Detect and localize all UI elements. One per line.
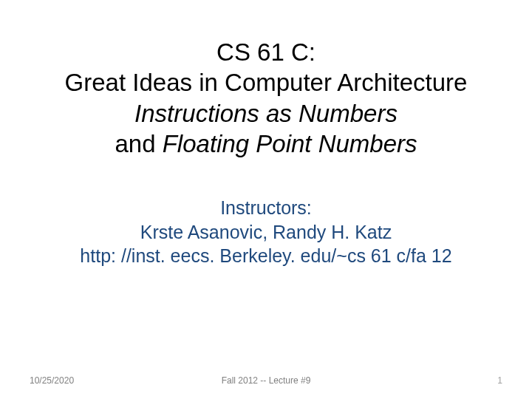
instructors-url: http: //inst. eecs. Berkeley. edu/~cs 61… — [30, 244, 502, 268]
title-fpn: Floating Point Numbers — [163, 130, 417, 157]
slide-title: CS 61 C: Great Ideas in Computer Archite… — [30, 37, 502, 159]
footer-lecture: Fall 2012 -- Lecture #9 — [222, 375, 311, 386]
instructor-block: Instructors: Krste Asanovic, Randy H. Ka… — [30, 196, 502, 268]
slide-footer: 10/25/2020 Fall 2012 -- Lecture #9 1 — [0, 375, 532, 386]
slide-container: CS 61 C: Great Ideas in Computer Archite… — [0, 0, 532, 399]
title-course-name: Great Ideas in Computer Architecture — [30, 67, 502, 98]
title-topic-2: and Floating Point Numbers — [30, 129, 502, 159]
title-course-code: CS 61 C: — [30, 37, 502, 67]
footer-page-number: 1 — [497, 375, 502, 386]
title-and-word: and — [115, 130, 162, 157]
instructors-label: Instructors: — [30, 196, 502, 220]
instructors-names: Krste Asanovic, Randy H. Katz — [30, 220, 502, 245]
title-topic-1: Instructions as Numbers — [30, 98, 502, 129]
footer-date: 10/25/2020 — [30, 375, 74, 386]
